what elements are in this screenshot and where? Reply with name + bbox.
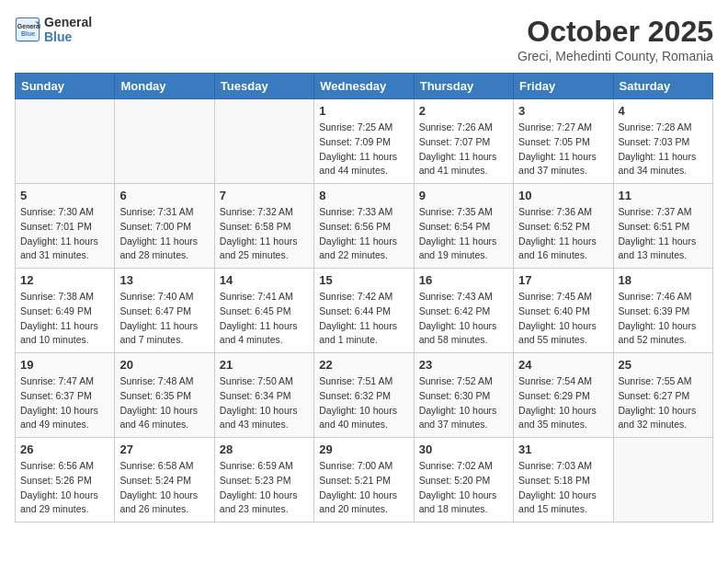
day-number: 22 (319, 358, 408, 372)
calendar-cell: 11 Sunrise: 7:37 AM Sunset: 6:51 PM Dayl… (613, 184, 712, 269)
calendar-cell (214, 99, 313, 184)
calendar-cell: 6 Sunrise: 7:31 AM Sunset: 7:00 PM Dayli… (115, 184, 214, 269)
day-info: Sunrise: 7:25 AM Sunset: 7:09 PM Dayligh… (319, 121, 408, 178)
day-number: 8 (319, 189, 408, 202)
day-info: Sunrise: 7:48 AM Sunset: 6:35 PM Dayligh… (119, 374, 209, 432)
calendar-cell: 9 Sunrise: 7:35 AM Sunset: 6:54 PM Dayli… (414, 184, 513, 269)
calendar-cell: 18 Sunrise: 7:46 AM Sunset: 6:39 PM Dayl… (613, 269, 712, 353)
day-info: Sunrise: 7:30 AM Sunset: 7:01 PM Dayligh… (20, 205, 109, 263)
svg-text:Blue: Blue (21, 30, 35, 37)
day-info: Sunrise: 7:02 AM Sunset: 5:20 PM Dayligh… (419, 459, 508, 517)
day-number: 28 (220, 442, 309, 456)
calendar-cell: 2 Sunrise: 7:26 AM Sunset: 7:07 PM Dayli… (414, 99, 513, 184)
weekday-header-row: SundayMondayTuesdayWednesdayThursdayFrid… (16, 74, 713, 99)
day-number: 16 (419, 273, 508, 287)
day-number: 23 (419, 358, 508, 372)
calendar-cell: 5 Sunrise: 7:30 AM Sunset: 7:01 PM Dayli… (16, 184, 115, 269)
month-title: October 2025 (518, 15, 713, 49)
logo-text-line2: Blue (44, 29, 92, 44)
weekday-header: Wednesday (314, 74, 414, 99)
calendar-week-row: 5 Sunrise: 7:30 AM Sunset: 7:01 PM Dayli… (16, 184, 713, 269)
day-info: Sunrise: 7:51 AM Sunset: 6:32 PM Dayligh… (319, 374, 408, 432)
calendar-cell (16, 99, 115, 184)
day-info: Sunrise: 7:03 AM Sunset: 5:18 PM Dayligh… (518, 459, 608, 517)
day-number: 27 (119, 442, 209, 456)
calendar-cell: 13 Sunrise: 7:40 AM Sunset: 6:47 PM Dayl… (115, 269, 214, 353)
calendar-cell: 7 Sunrise: 7:32 AM Sunset: 6:58 PM Dayli… (214, 184, 313, 269)
day-info: Sunrise: 7:43 AM Sunset: 6:42 PM Dayligh… (419, 290, 508, 348)
day-number: 7 (220, 189, 309, 202)
calendar-table: SundayMondayTuesdayWednesdayThursdayFrid… (15, 73, 713, 523)
day-number: 3 (518, 104, 608, 118)
day-number: 2 (419, 104, 508, 118)
day-number: 5 (20, 189, 109, 202)
day-info: Sunrise: 7:33 AM Sunset: 6:56 PM Dayligh… (319, 205, 408, 263)
day-number: 30 (419, 442, 508, 456)
calendar-cell: 8 Sunrise: 7:33 AM Sunset: 6:56 PM Dayli… (314, 184, 414, 269)
day-number: 18 (619, 273, 708, 287)
day-number: 4 (619, 104, 708, 118)
day-number: 14 (220, 273, 309, 287)
day-info: Sunrise: 7:42 AM Sunset: 6:44 PM Dayligh… (319, 290, 408, 348)
day-number: 29 (319, 442, 408, 456)
page-header: General Blue General Blue October 2025 G… (15, 15, 713, 63)
calendar-cell: 17 Sunrise: 7:45 AM Sunset: 6:40 PM Dayl… (514, 269, 613, 353)
day-info: Sunrise: 6:59 AM Sunset: 5:23 PM Dayligh… (220, 459, 309, 517)
day-info: Sunrise: 7:38 AM Sunset: 6:49 PM Dayligh… (20, 290, 109, 348)
day-info: Sunrise: 6:58 AM Sunset: 5:24 PM Dayligh… (119, 459, 209, 517)
day-info: Sunrise: 7:47 AM Sunset: 6:37 PM Dayligh… (20, 374, 109, 432)
calendar-cell: 27 Sunrise: 6:58 AM Sunset: 5:24 PM Dayl… (115, 438, 214, 523)
day-number: 15 (319, 273, 408, 287)
day-info: Sunrise: 7:46 AM Sunset: 6:39 PM Dayligh… (619, 290, 708, 348)
calendar-cell: 12 Sunrise: 7:38 AM Sunset: 6:49 PM Dayl… (16, 269, 115, 353)
day-number: 24 (518, 358, 608, 372)
calendar-cell: 29 Sunrise: 7:00 AM Sunset: 5:21 PM Dayl… (314, 438, 414, 523)
calendar-cell: 21 Sunrise: 7:50 AM Sunset: 6:34 PM Dayl… (214, 353, 313, 438)
weekday-header: Sunday (16, 74, 115, 99)
day-info: Sunrise: 7:55 AM Sunset: 6:27 PM Dayligh… (619, 374, 708, 432)
day-number: 6 (119, 189, 209, 202)
day-number: 26 (20, 442, 109, 456)
calendar-cell: 16 Sunrise: 7:43 AM Sunset: 6:42 PM Dayl… (414, 269, 513, 353)
day-number: 20 (119, 358, 209, 372)
calendar-cell: 3 Sunrise: 7:27 AM Sunset: 7:05 PM Dayli… (514, 99, 613, 184)
calendar-cell: 19 Sunrise: 7:47 AM Sunset: 6:37 PM Dayl… (16, 353, 115, 438)
day-info: Sunrise: 7:26 AM Sunset: 7:07 PM Dayligh… (419, 121, 508, 178)
day-info: Sunrise: 7:52 AM Sunset: 6:30 PM Dayligh… (419, 374, 508, 432)
calendar-cell: 1 Sunrise: 7:25 AM Sunset: 7:09 PM Dayli… (314, 99, 414, 184)
day-info: Sunrise: 7:45 AM Sunset: 6:40 PM Dayligh… (518, 290, 608, 348)
day-number: 21 (220, 358, 309, 372)
calendar-cell: 30 Sunrise: 7:02 AM Sunset: 5:20 PM Dayl… (414, 438, 513, 523)
svg-text:General: General (17, 23, 40, 29)
weekday-header: Saturday (613, 74, 712, 99)
day-number: 10 (518, 189, 608, 202)
calendar-cell: 28 Sunrise: 6:59 AM Sunset: 5:23 PM Dayl… (214, 438, 313, 523)
day-number: 31 (518, 442, 608, 456)
calendar-cell: 4 Sunrise: 7:28 AM Sunset: 7:03 PM Dayli… (613, 99, 712, 184)
svg-rect-0 (16, 17, 39, 40)
day-info: Sunrise: 7:37 AM Sunset: 6:51 PM Dayligh… (619, 205, 708, 263)
day-number: 9 (419, 189, 508, 202)
calendar-week-row: 19 Sunrise: 7:47 AM Sunset: 6:37 PM Dayl… (16, 353, 713, 438)
day-info: Sunrise: 7:28 AM Sunset: 7:03 PM Dayligh… (619, 121, 708, 178)
title-block: October 2025 Greci, Mehedinti County, Ro… (518, 15, 713, 63)
day-number: 1 (319, 104, 408, 118)
calendar-cell: 23 Sunrise: 7:52 AM Sunset: 6:30 PM Dayl… (414, 353, 513, 438)
calendar-cell: 20 Sunrise: 7:48 AM Sunset: 6:35 PM Dayl… (115, 353, 214, 438)
calendar-week-row: 26 Sunrise: 6:56 AM Sunset: 5:26 PM Dayl… (16, 438, 713, 523)
calendar-week-row: 12 Sunrise: 7:38 AM Sunset: 6:49 PM Dayl… (16, 269, 713, 353)
day-info: Sunrise: 6:56 AM Sunset: 5:26 PM Dayligh… (20, 459, 109, 517)
calendar-cell: 22 Sunrise: 7:51 AM Sunset: 6:32 PM Dayl… (314, 353, 414, 438)
day-info: Sunrise: 7:35 AM Sunset: 6:54 PM Dayligh… (419, 205, 508, 263)
day-number: 11 (619, 189, 708, 202)
logo-text-line1: General (44, 15, 92, 29)
logo-icon: General Blue (15, 17, 40, 42)
location-subtitle: Greci, Mehedinti County, Romania (518, 49, 713, 63)
calendar-cell: 15 Sunrise: 7:42 AM Sunset: 6:44 PM Dayl… (314, 269, 414, 353)
calendar-cell: 10 Sunrise: 7:36 AM Sunset: 6:52 PM Dayl… (514, 184, 613, 269)
day-info: Sunrise: 7:36 AM Sunset: 6:52 PM Dayligh… (518, 205, 608, 263)
day-info: Sunrise: 7:54 AM Sunset: 6:29 PM Dayligh… (518, 374, 608, 432)
weekday-header: Monday (115, 74, 214, 99)
weekday-header: Friday (514, 74, 613, 99)
day-info: Sunrise: 7:27 AM Sunset: 7:05 PM Dayligh… (518, 121, 608, 178)
